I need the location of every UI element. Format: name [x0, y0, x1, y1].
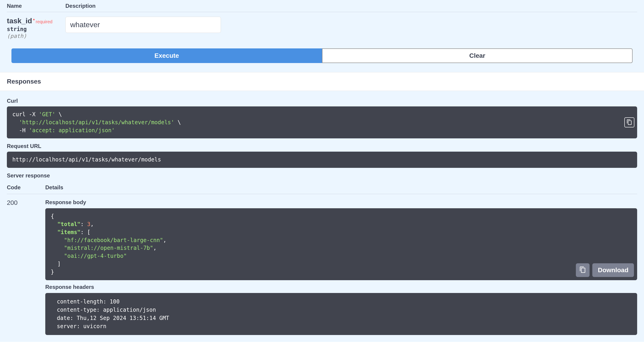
json-text: :	[81, 221, 87, 228]
curl-text: \	[55, 111, 62, 118]
clear-button[interactable]: Clear	[322, 48, 632, 63]
json-text: "hf://facebook/bart-large-cnn"	[64, 237, 163, 244]
parameter-name-cell: task_id * required string (path)	[7, 17, 65, 39]
json-text: ,	[163, 237, 166, 244]
required-text: required	[36, 19, 52, 24]
curl-text: 'GET'	[39, 111, 55, 118]
json-text: ]	[51, 261, 61, 267]
details-header: Details	[45, 184, 63, 191]
header-name: Name	[7, 3, 65, 9]
response-headers-label: Response headers	[45, 284, 637, 290]
response-details-cell: Response body { "total": 3, "items": [ "…	[45, 199, 637, 335]
curl-label: Curl	[7, 98, 637, 104]
json-text: ,	[90, 221, 94, 228]
curl-text: curl -X	[12, 111, 39, 118]
response-details: Code Details 200 Response body { "total"…	[7, 181, 637, 335]
json-text: {	[51, 213, 54, 220]
parameter-in: (path)	[7, 33, 65, 39]
code-header: Code	[7, 184, 45, 191]
response-row: 200 Response body { "total": 3, "items":…	[7, 194, 637, 335]
responses-header-section: Responses	[0, 72, 644, 91]
response-body-label: Response body	[45, 199, 637, 206]
json-text: }	[51, 269, 54, 275]
request-url-value: http://localhost/api/v1/tasks/whatever/m…	[12, 156, 161, 163]
curl-text: -H	[12, 127, 29, 134]
required-star: *	[33, 18, 35, 23]
clipboard-icon	[626, 119, 632, 126]
request-url-label: Request URL	[7, 143, 637, 149]
button-row: Execute Clear	[7, 48, 637, 72]
json-text	[51, 253, 64, 259]
parameters-section: Name Description task_id * required stri…	[0, 0, 644, 72]
json-text: 3	[87, 221, 90, 228]
download-button[interactable]: Download	[592, 263, 634, 277]
request-url-block: http://localhost/api/v1/tasks/whatever/m…	[7, 152, 637, 168]
parameter-description-cell	[65, 17, 221, 39]
server-response-label: Server response	[7, 172, 637, 179]
response-headers-row: Code Details	[7, 181, 637, 194]
parameter-type: string	[7, 26, 65, 32]
header-description: Description	[65, 3, 96, 9]
json-text	[51, 221, 57, 228]
json-text: ,	[153, 245, 156, 251]
body-actions: Download	[576, 263, 634, 277]
curl-text: \	[174, 119, 181, 126]
json-text: : [	[81, 229, 90, 236]
curl-block: curl -X 'GET' \ 'http://localhost/api/v1…	[7, 106, 637, 138]
json-text: "items"	[57, 229, 81, 236]
curl-text: 'accept: application/json'	[29, 127, 115, 134]
json-text: "total"	[57, 221, 81, 228]
parameters-header-row: Name Description	[7, 0, 637, 12]
response-headers-block: content-length: 100 content-type: applic…	[45, 293, 637, 335]
json-text: "oai://gpt-4-turbo"	[64, 253, 127, 259]
response-code: 200	[7, 199, 45, 335]
json-text	[51, 245, 64, 251]
responses-title: Responses	[7, 78, 637, 85]
parameter-name-line: task_id * required	[7, 17, 65, 25]
response-body-block: { "total": 3, "items": [ "hf://facebook/…	[45, 208, 637, 280]
json-text	[51, 229, 57, 236]
json-text: "mistral://open-mistral-7b"	[64, 245, 153, 251]
curl-text: 'http://localhost/api/v1/tasks/whatever/…	[19, 119, 174, 126]
task-id-input[interactable]	[65, 17, 221, 33]
copy-response-button[interactable]	[576, 263, 590, 277]
json-text	[51, 237, 64, 244]
execute-button[interactable]: Execute	[12, 48, 322, 63]
parameter-row: task_id * required string (path)	[7, 12, 637, 48]
responses-body: Curl curl -X 'GET' \ 'http://localhost/a…	[0, 91, 644, 342]
parameter-name: task_id	[7, 17, 32, 25]
clipboard-icon	[579, 266, 586, 274]
copy-curl-button[interactable]	[624, 118, 634, 128]
